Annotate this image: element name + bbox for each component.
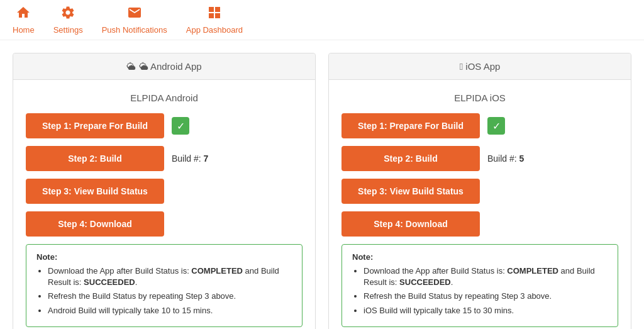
android-note-item-3: Android Build will typically take 10 to … (48, 305, 292, 316)
ios-card-body: ELPIDA iOS Step 1: Prepare For Build ✓ S… (329, 80, 631, 329)
push-notifications-icon (127, 5, 142, 24)
android-app-name: ELPIDA Android (26, 92, 303, 103)
nav-home[interactable]: Home (13, 5, 35, 35)
nav-push-notifications[interactable]: Push Notifications (102, 5, 167, 35)
android-note-box: Note: Download the App after Build Statu… (26, 244, 303, 327)
settings-icon (60, 5, 75, 24)
ios-build-prefix: Build #: (487, 153, 517, 164)
ios-step1-button[interactable]: Step 1: Prepare For Build (341, 113, 480, 138)
ios-step2-row: Step 2: Build Build #: 5 (341, 146, 618, 171)
ios-card-header:  iOS App (329, 53, 631, 80)
android-cloud-icon: 🌥 (126, 61, 136, 72)
main-content: 🌥 🌥 Android App ELPIDA Android Step 1: P… (0, 40, 644, 329)
home-icon (16, 5, 31, 24)
ios-note-item-1: Download the App after Build Status is: … (364, 265, 608, 288)
android-card: 🌥 🌥 Android App ELPIDA Android Step 1: P… (13, 53, 316, 329)
ios-step1-row: Step 1: Prepare For Build ✓ (341, 113, 618, 138)
app-dashboard-icon (207, 5, 222, 24)
ios-header-text: iOS App (465, 61, 500, 72)
ios-step2-button[interactable]: Step 2: Build (341, 146, 480, 171)
ios-note-box: Note: Download the App after Build Statu… (341, 244, 618, 327)
ios-card:  iOS App ELPIDA iOS Step 1: Prepare For… (328, 53, 631, 329)
android-step2-button[interactable]: Step 2: Build (26, 146, 164, 171)
android-step4-button[interactable]: Step 4: Download (26, 211, 164, 237)
android-note-item-2: Refresh the Build Status by repeating St… (48, 291, 292, 302)
android-step3-button[interactable]: Step 3: View Build Status (26, 179, 164, 204)
android-note-item-1: Download the App after Build Status is: … (48, 265, 292, 288)
ios-apple-icon:  (460, 61, 463, 72)
android-build-number: Build #: 7 (172, 153, 208, 164)
ios-app-name: ELPIDA iOS (341, 92, 618, 103)
android-step4-row: Step 4: Download (26, 211, 303, 237)
ios-step3-button[interactable]: Step 3: View Build Status (341, 179, 480, 204)
android-step1-button[interactable]: Step 1: Prepare For Build (26, 113, 164, 138)
nav-home-label: Home (13, 25, 35, 35)
android-step3-row: Step 3: View Build Status (26, 179, 303, 204)
ios-step1-check: ✓ (487, 117, 505, 135)
nav-push-notifications-label: Push Notifications (102, 25, 167, 35)
android-build-prefix: Build #: (172, 153, 201, 164)
navbar: Home Settings Push Notifications App Das… (0, 0, 644, 40)
nav-app-dashboard-label: App Dashboard (186, 25, 243, 35)
ios-step4-row: Step 4: Download (341, 211, 618, 237)
nav-app-dashboard[interactable]: App Dashboard (186, 5, 243, 35)
ios-build-value: 5 (519, 153, 525, 164)
ios-step3-row: Step 3: View Build Status (341, 179, 618, 204)
nav-settings-label: Settings (53, 25, 83, 35)
ios-note-list: Download the App after Build Status is: … (352, 265, 608, 316)
android-header-text: 🌥 Android App (139, 61, 202, 72)
ios-note-item-3: iOS Build will typically take 15 to 30 m… (364, 305, 608, 316)
android-step2-row: Step 2: Build Build #: 7 (26, 146, 303, 171)
android-card-body: ELPIDA Android Step 1: Prepare For Build… (13, 80, 315, 329)
android-step1-check: ✓ (172, 117, 189, 135)
android-note-list: Download the App after Build Status is: … (36, 265, 292, 316)
android-card-header: 🌥 🌥 Android App (13, 53, 315, 80)
ios-step4-button[interactable]: Step 4: Download (341, 211, 480, 237)
ios-build-number: Build #: 5 (487, 153, 524, 164)
android-build-value: 7 (204, 153, 209, 164)
android-note-title: Note: (36, 252, 292, 262)
ios-note-item-2: Refresh the Build Status by repeating St… (364, 291, 608, 302)
ios-note-title: Note: (352, 252, 608, 262)
nav-settings[interactable]: Settings (53, 5, 83, 35)
android-step1-row: Step 1: Prepare For Build ✓ (26, 113, 303, 138)
